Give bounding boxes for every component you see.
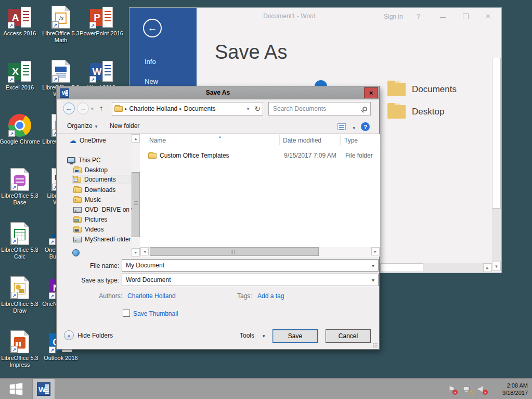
dialog-titlebar[interactable]: Save As <box>57 86 379 100</box>
backstage-menu-new[interactable]: New <box>145 78 158 85</box>
volume-muted-icon[interactable] <box>477 384 486 394</box>
close-icon[interactable] <box>364 87 378 98</box>
save-thumbnail-checkbox[interactable] <box>123 310 130 317</box>
file-date: 9/15/2017 7:09 AM <box>284 152 336 159</box>
folder-icon <box>73 187 82 193</box>
action-center-flag-icon[interactable] <box>447 384 456 394</box>
tree-item-this-pc[interactable]: This PC <box>67 156 101 165</box>
folder-icon <box>114 106 123 112</box>
start-button[interactable] <box>0 379 32 399</box>
column-header-date-modified[interactable]: Date modified <box>283 137 321 144</box>
desktop-icon-label: Excel 2016 <box>0 84 42 91</box>
desktop-icon-label: Google Chrome <box>0 138 42 145</box>
desktop-icon-access-2016[interactable]: Access 2016 <box>0 4 42 37</box>
tree-scrollbar[interactable] <box>132 134 140 256</box>
tree-item-myshared-folder[interactable]: MySharedFolder (Z <box>73 235 132 244</box>
column-header-name[interactable]: Name <box>149 137 166 144</box>
network-icon[interactable] <box>72 249 80 256</box>
libreoffice-draw-icon <box>10 276 29 299</box>
libreoffice-impress-icon <box>10 330 29 353</box>
save-thumbnail-label[interactable]: Save Thumbnail <box>133 310 178 317</box>
network-status-icon[interactable] <box>462 384 471 394</box>
up-button[interactable] <box>99 104 103 112</box>
folder-icon <box>73 217 82 223</box>
window-title: Document1 - Word <box>197 12 382 20</box>
desktop-icon-excel-2016[interactable]: Excel 2016 <box>0 58 42 91</box>
tree-item-downloads[interactable]: Downloads <box>73 185 115 195</box>
scroll-down-icon[interactable] <box>132 248 140 256</box>
scroll-right-icon[interactable] <box>483 263 492 272</box>
tree-item-ovd-drive[interactable]: OVD_DRIVE on win <box>73 205 132 214</box>
save-as-type-combobox[interactable]: Word Document <box>122 274 379 286</box>
desktop-icon-libreoffice-draw[interactable]: LibreOffice 5.3 Draw <box>0 275 42 314</box>
history-dropdown-icon[interactable] <box>91 106 94 111</box>
forward-button[interactable] <box>77 102 89 114</box>
libreoffice-writer-icon <box>51 60 70 83</box>
scrollbar-thumb[interactable] <box>492 58 501 209</box>
help-icon[interactable] <box>361 122 370 131</box>
sign-in-button[interactable]: Sign in <box>384 13 403 20</box>
system-tray <box>447 379 486 399</box>
maximize-icon[interactable] <box>463 14 469 19</box>
desktop-icon-libreoffice-base[interactable]: LibreOffice 5.3 Base <box>0 166 42 206</box>
search-icon[interactable] <box>362 107 367 111</box>
folder-icon <box>73 177 81 183</box>
breadcrumb-current[interactable]: Documents <box>184 105 216 112</box>
chevron-down-icon[interactable] <box>263 333 265 339</box>
save-button[interactable]: Save <box>273 329 318 343</box>
recent-folder-desktop[interactable]: Desktop <box>387 105 444 119</box>
scroll-left-icon[interactable] <box>140 247 149 255</box>
tools-menu[interactable]: Tools <box>240 332 254 339</box>
breadcrumb-user[interactable]: Charlotte Holland <box>129 105 178 112</box>
address-bar[interactable]: Charlotte Holland Documents <box>112 102 263 115</box>
tree-item-onedrive[interactable]: OneDrive <box>69 136 106 145</box>
authors-value-link[interactable]: Charlotte Holland <box>127 292 176 300</box>
file-row-custom-office-templates[interactable]: Custom Office Templates 9/15/2017 7:09 A… <box>141 150 379 161</box>
backstage-menu-info[interactable]: Info <box>145 58 156 66</box>
scrollbar-thumb[interactable] <box>150 247 319 256</box>
tree-item-documents[interactable]: Documents <box>72 175 132 184</box>
word-icon <box>37 382 50 396</box>
tree-item-desktop[interactable]: Desktop <box>73 165 108 175</box>
folder-icon <box>148 153 157 159</box>
vertical-scrollbar[interactable] <box>492 58 501 271</box>
scrollbar-thumb[interactable] <box>380 263 423 272</box>
tree-item-pictures[interactable]: Pictures <box>73 215 107 224</box>
backstage-back-button[interactable] <box>143 19 162 37</box>
file-list[interactable]: Name Date modified Type Custom Office Te… <box>140 134 380 256</box>
scroll-up-icon[interactable] <box>132 134 140 143</box>
cancel-button[interactable]: Cancel <box>326 329 371 343</box>
views-icon[interactable] <box>338 123 346 130</box>
tree-item-videos[interactable]: Videos <box>73 225 103 234</box>
desktop-icon-libreoffice-impress[interactable]: LibreOffice 5.3 Impress <box>0 329 42 368</box>
refresh-icon[interactable] <box>254 105 261 113</box>
scrollbar-thumb[interactable] <box>132 172 140 237</box>
list-horizontal-scrollbar[interactable] <box>140 247 380 256</box>
back-button[interactable] <box>63 102 75 114</box>
folder-icon <box>73 227 82 233</box>
add-a-tag-link[interactable]: Add a tag <box>257 292 284 300</box>
resize-grip[interactable] <box>373 343 378 348</box>
views-dropdown-icon[interactable] <box>353 125 355 131</box>
organize-menu[interactable]: Organize <box>67 122 97 130</box>
scroll-right-icon[interactable] <box>371 247 380 255</box>
file-name-combobox[interactable]: My Document <box>122 259 379 272</box>
address-dropdown-icon[interactable] <box>247 106 250 111</box>
libreoffice-base-icon <box>10 168 29 191</box>
desktop-icon-libreoffice-calc[interactable]: LibreOffice 5.3 Calc <box>0 221 42 260</box>
help-icon[interactable] <box>417 12 420 20</box>
column-header-type[interactable]: Type <box>344 137 358 144</box>
desktop-icon-powerpoint-2016[interactable]: PowerPoint 2016 <box>80 4 123 37</box>
desktop-icon-libreoffice-math[interactable]: LibreOffice 5.3 Math <box>39 4 83 44</box>
taskbar-clock[interactable]: 2:08 AM 9/18/2017 <box>502 382 528 396</box>
taskbar-word-button[interactable] <box>32 379 55 399</box>
close-icon[interactable] <box>486 11 490 20</box>
minimize-icon[interactable] <box>440 17 446 18</box>
hide-folders-button[interactable]: Hide Folders <box>64 330 113 340</box>
search-input[interactable] <box>272 105 362 113</box>
new-folder-button[interactable]: New folder <box>110 122 139 130</box>
recent-folder-documents[interactable]: Documents <box>387 83 457 96</box>
scroll-down-icon[interactable] <box>492 262 501 271</box>
tree-item-music[interactable]: Music <box>73 195 101 204</box>
desktop-icon-google-chrome[interactable]: Google Chrome <box>0 112 42 145</box>
